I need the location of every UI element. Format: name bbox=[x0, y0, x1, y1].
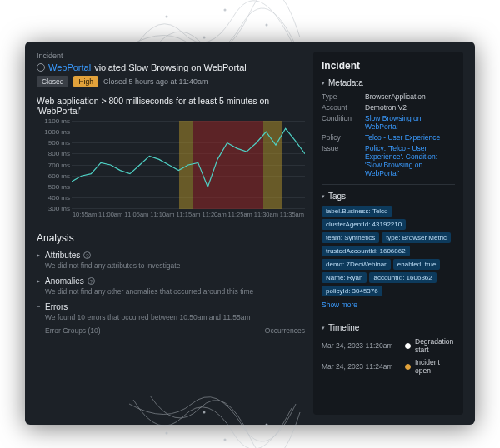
attributes-label: Attributes bbox=[45, 251, 80, 260]
tag[interactable]: Name: Ryan bbox=[322, 272, 367, 283]
tags-toggle[interactable]: ▾ Tags bbox=[322, 192, 455, 201]
entity-link[interactable]: WebPortal bbox=[48, 62, 91, 72]
errors-section: − Errors We found 10 errors that occurre… bbox=[37, 302, 305, 335]
issue-link[interactable]: Policy: 'Telco - User Experience'. Condi… bbox=[365, 144, 455, 177]
tag[interactable]: policyId: 3045376 bbox=[322, 286, 382, 296]
meta-key: Type bbox=[322, 92, 365, 101]
errors-table-header: Error Groups (10) Occurrences bbox=[45, 326, 305, 335]
closed-time-text: Closed 5 hours ago at 11:40am bbox=[103, 77, 208, 86]
chevron-down-icon: ▾ bbox=[322, 80, 325, 87]
y-tick: 300 ms bbox=[37, 205, 70, 212]
errors-subtext: We found 10 errors that occurred between… bbox=[45, 313, 305, 321]
x-tick: 11:35am bbox=[279, 211, 305, 221]
x-tick: 11:25am bbox=[228, 211, 253, 221]
timeline-row: Mar 24, 2023 11:20amDegradation start bbox=[322, 337, 455, 354]
anomalies-toggle[interactable]: ▸ Anomalies ? bbox=[37, 276, 305, 286]
x-tick: 11:00am bbox=[98, 211, 123, 221]
tag[interactable]: team: Synthetics bbox=[322, 232, 379, 243]
globe-icon bbox=[37, 63, 45, 72]
errors-label: Errors bbox=[45, 302, 68, 311]
timeline-heading: Timeline bbox=[328, 323, 359, 332]
timeline-dot-icon bbox=[405, 364, 411, 370]
tag[interactable]: clusterAgentId: 43192210 bbox=[322, 219, 406, 230]
svg-point-1 bbox=[224, 9, 227, 12]
svg-point-3 bbox=[203, 37, 206, 39]
tags-heading: Tags bbox=[328, 192, 346, 201]
tag[interactable]: accountId: 1606862 bbox=[369, 272, 436, 283]
y-tick: 900 ms bbox=[37, 139, 70, 147]
priority-badge-high: High bbox=[73, 76, 98, 87]
y-tick: 600 ms bbox=[37, 172, 70, 180]
x-tick: 11:20am bbox=[202, 211, 228, 221]
meta-value: Demotron V2 bbox=[365, 103, 407, 112]
anomalies-subtext: We did not find any other anomalies that… bbox=[45, 287, 305, 296]
tag[interactable]: label.Business: Telco bbox=[322, 206, 392, 217]
svg-point-4 bbox=[166, 432, 168, 435]
incident-title: WebPortal violated Slow Browsing on WebP… bbox=[37, 62, 305, 72]
y-tick: 400 ms bbox=[37, 194, 70, 202]
condition-link[interactable]: Slow Browsing on WebPortal bbox=[365, 114, 455, 131]
timeline-label: Degradation start bbox=[415, 337, 455, 354]
chevron-right-icon: ▸ bbox=[37, 277, 42, 285]
x-axis-ticks: 10:55am11:00am11:05am11:10am11:15am11:20… bbox=[72, 211, 305, 221]
chevron-down-icon: ▾ bbox=[322, 193, 325, 200]
y-tick: 700 ms bbox=[37, 162, 70, 169]
breadcrumb: Incident bbox=[37, 52, 305, 60]
y-tick: 500 ms bbox=[37, 183, 70, 191]
incident-title-text: violated Slow Browsing on WebPortal bbox=[94, 62, 247, 72]
show-more-link[interactable]: Show more bbox=[322, 301, 455, 309]
divider bbox=[322, 184, 455, 185]
chart-line bbox=[72, 121, 305, 209]
metadata-heading: Metadata bbox=[328, 78, 363, 87]
left-column: Incident WebPortal violated Slow Browsin… bbox=[37, 52, 305, 415]
timeline-toggle[interactable]: ▾ Timeline bbox=[322, 323, 455, 332]
policy-link[interactable]: Telco - User Experience bbox=[365, 133, 440, 142]
y-tick: 1000 ms bbox=[37, 128, 70, 136]
tags-list: label.Business: TelcoclusterAgentId: 431… bbox=[322, 206, 455, 296]
tag[interactable]: demo: 7DecWebinar bbox=[322, 259, 391, 270]
help-icon[interactable]: ? bbox=[88, 277, 95, 285]
occurrences-col: Occurrences bbox=[265, 326, 305, 335]
svg-point-0 bbox=[166, 16, 168, 18]
response-time-chart[interactable]: 1100 ms1000 ms900 ms800 ms700 ms600 ms50… bbox=[37, 121, 305, 221]
status-row: Closed High Closed 5 hours ago at 11:40a… bbox=[37, 76, 305, 87]
x-tick: 11:15am bbox=[175, 211, 201, 221]
timeline-dot-icon bbox=[405, 343, 411, 349]
status-badge-closed: Closed bbox=[37, 76, 68, 87]
svg-point-5 bbox=[224, 439, 227, 441]
metadata-toggle[interactable]: ▾ Metadata bbox=[322, 78, 455, 87]
tag[interactable]: enabled: true bbox=[393, 259, 441, 270]
y-tick: 800 ms bbox=[37, 150, 70, 157]
meta-key: Account bbox=[322, 103, 365, 112]
chart-title: Web application > 800 milliseconds for a… bbox=[37, 96, 305, 116]
anomalies-section: ▸ Anomalies ? We did not find any other … bbox=[37, 276, 305, 296]
timeline-list: Mar 24, 2023 11:20amDegradation startMar… bbox=[322, 337, 455, 375]
divider bbox=[322, 316, 455, 316]
tag[interactable]: trustedAccountId: 1606862 bbox=[322, 246, 410, 256]
minus-icon: − bbox=[37, 303, 42, 311]
chevron-right-icon: ▸ bbox=[37, 251, 42, 259]
help-icon[interactable]: ? bbox=[83, 251, 91, 259]
incident-panel: Incident WebPortal violated Slow Browsin… bbox=[25, 42, 475, 425]
meta-key: Issue bbox=[322, 144, 365, 177]
timeline-row: Mar 24, 2023 11:24amIncident open bbox=[322, 358, 455, 375]
y-tick: 1100 ms bbox=[37, 117, 70, 125]
svg-point-2 bbox=[266, 24, 268, 27]
x-tick: 10:55am bbox=[72, 211, 98, 221]
x-tick: 11:30am bbox=[253, 211, 279, 221]
anomalies-label: Anomalies bbox=[45, 276, 84, 286]
meta-key: Condition bbox=[322, 114, 365, 131]
right-sidebar: Incident ▾ Metadata TypeBrowserApplicati… bbox=[313, 52, 463, 415]
timeline-time: Mar 24, 2023 11:24am bbox=[322, 362, 401, 371]
meta-value: BrowserApplication bbox=[365, 92, 426, 101]
attributes-toggle[interactable]: ▸ Attributes ? bbox=[37, 251, 305, 260]
timeline-label: Incident open bbox=[415, 358, 455, 375]
x-tick: 11:05am bbox=[123, 211, 149, 221]
tag[interactable]: type: Browser Metric bbox=[382, 232, 451, 243]
errors-toggle[interactable]: − Errors bbox=[37, 302, 305, 311]
y-axis-ticks: 1100 ms1000 ms900 ms800 ms700 ms600 ms50… bbox=[37, 117, 70, 212]
incident-sidebar-heading: Incident bbox=[322, 60, 455, 72]
analysis-heading: Analysis bbox=[37, 232, 305, 244]
x-tick: 11:10am bbox=[149, 211, 175, 221]
error-groups-col: Error Groups (10) bbox=[45, 326, 265, 335]
